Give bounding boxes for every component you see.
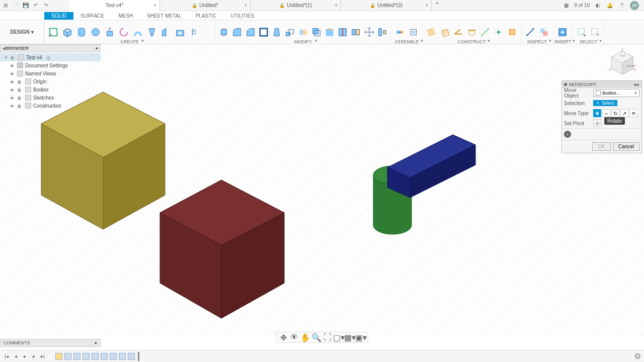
chevron-right-icon[interactable]: ▶ [11, 104, 15, 108]
select-icon[interactable] [575, 25, 588, 40]
close-icon[interactable]: × [425, 3, 428, 8]
tree-item-views[interactable]: ▶ Named Views [0, 69, 101, 77]
expand-icon[interactable]: ▸▸ [634, 82, 639, 87]
sphere-icon[interactable] [89, 25, 102, 40]
thread-icon[interactable] [188, 25, 201, 40]
revolve-icon[interactable] [117, 25, 130, 40]
notifications-icon[interactable]: 🔔 [606, 2, 614, 10]
scale-icon[interactable] [284, 25, 296, 40]
help-icon[interactable]: ? [618, 2, 626, 10]
timeline-back-icon[interactable]: ◂ [12, 353, 19, 360]
tree-item-origin[interactable]: ▶ ◉ Origin [0, 77, 101, 85]
selection-button[interactable]: ↖ Select [593, 100, 617, 106]
timeline-start-icon[interactable]: |◂ [3, 353, 10, 360]
timeline-forward-icon[interactable]: ▸ [30, 353, 37, 360]
timeline-step[interactable] [73, 353, 80, 360]
undo-icon[interactable]: ↶ [32, 2, 39, 9]
move-type-free[interactable]: ✥ [593, 109, 601, 117]
app-grid-icon[interactable]: ⊞ [2, 2, 9, 9]
shell-icon[interactable] [258, 25, 270, 40]
redo-icon[interactable]: ↷ [42, 2, 49, 9]
split-face-icon[interactable] [337, 25, 349, 40]
sketch-create-icon[interactable] [47, 25, 60, 40]
orbit-icon[interactable]: ✥ [279, 333, 287, 341]
look-icon[interactable]: 👁 [290, 333, 298, 341]
radio-icon[interactable]: ◎ [46, 55, 51, 60]
measure-icon[interactable] [524, 25, 537, 40]
plane-icon[interactable] [425, 25, 438, 40]
extensions-icon[interactable]: ▦ [562, 2, 570, 10]
comments-bar[interactable]: COMMENTS ● [0, 339, 101, 347]
timeline-step[interactable] [55, 353, 62, 360]
pan-icon[interactable]: ✋ [301, 333, 309, 341]
workspace-switcher[interactable]: DESIGN▾ [0, 20, 44, 44]
split-body-icon[interactable] [350, 25, 362, 40]
timeline-step[interactable] [83, 353, 90, 360]
visibility-icon[interactable]: ◉ [10, 55, 16, 60]
doc-tab-2[interactable]: 🔒 Untitled*(1) × [251, 0, 341, 11]
sweep-icon[interactable] [131, 25, 144, 40]
close-icon[interactable]: × [153, 3, 156, 8]
timeline-step[interactable] [128, 353, 135, 360]
doc-tab-3[interactable]: 🔒 Untitled*(3) × [341, 0, 432, 11]
set-pivot-button[interactable]: ⊹ [593, 119, 601, 127]
doc-tab-1[interactable]: 🔒 Untitled* × [160, 0, 251, 11]
timeline-step[interactable] [64, 353, 71, 360]
addins-icon[interactable] [506, 25, 518, 40]
box-icon[interactable] [61, 25, 74, 40]
chevron-right-icon[interactable]: ▶ [11, 79, 15, 84]
timeline-step[interactable] [119, 353, 126, 360]
timeline-end-icon[interactable]: ▸| [39, 353, 46, 360]
replace-face-icon[interactable] [324, 25, 336, 40]
tree-item-settings[interactable]: ▶ Document Settings [0, 61, 101, 69]
move-type-xyz[interactable]: ⤧ [629, 109, 637, 117]
combine-icon[interactable] [297, 25, 309, 40]
move-type-point[interactable]: ⇗ [620, 109, 628, 117]
panel-header[interactable]: MOVE/COPY ▸▸ [562, 81, 641, 88]
visibility-icon[interactable]: ◉ [17, 103, 23, 109]
cancel-button[interactable]: Cancel [613, 142, 639, 151]
select-window-icon[interactable] [589, 25, 602, 40]
visibility-icon[interactable]: ◉ [17, 87, 23, 93]
axis-icon[interactable] [479, 25, 492, 40]
timeline-step[interactable] [110, 353, 117, 360]
tree-root[interactable]: ▼ ◉ Test v4 ◎ [0, 53, 101, 61]
point-icon[interactable] [493, 25, 505, 40]
display-icon[interactable]: ▢▾ [335, 333, 343, 341]
extrude-icon[interactable] [103, 25, 116, 40]
timeline-settings-icon[interactable]: ⚙ [634, 351, 641, 361]
plane-tangent-icon[interactable] [465, 25, 478, 40]
new-tab-icon[interactable]: + [434, 0, 441, 7]
comments-options-icon[interactable]: ● [95, 340, 97, 345]
visibility-icon[interactable]: ◉ [17, 79, 23, 84]
info-icon[interactable]: i [564, 131, 571, 138]
chamfer-icon[interactable] [244, 25, 256, 40]
ribbon-tab-solid[interactable]: SOLID [44, 12, 73, 20]
tree-item-sketches[interactable]: ▶ ◉ Sketches [0, 94, 101, 102]
close-icon[interactable]: × [244, 3, 247, 8]
offset-face-icon[interactable] [310, 25, 323, 40]
move-type-translate[interactable]: ↔ [602, 109, 610, 117]
doc-tab-0[interactable]: Test v4* × [69, 0, 160, 11]
zoom-icon[interactable]: 🔍 [312, 333, 320, 341]
insert-icon[interactable] [556, 25, 569, 40]
rib-icon[interactable] [159, 25, 173, 40]
timeline-step[interactable] [101, 353, 108, 360]
ribbon-tab-mesh[interactable]: MESH [111, 12, 140, 20]
grid-settings-icon[interactable]: ▦▾ [346, 333, 354, 341]
loft-icon[interactable] [145, 25, 158, 40]
save-icon[interactable]: 💾 [22, 2, 29, 9]
chevron-right-icon[interactable]: ▶ [11, 63, 15, 68]
presspull-icon[interactable] [218, 25, 230, 40]
viewport-icon[interactable]: ▣▾ [357, 333, 365, 341]
tree-item-bodies[interactable]: ▶ ◉ Bodies [0, 85, 101, 94]
move-icon[interactable] [363, 25, 375, 40]
move-type-rotate[interactable]: ↻ [611, 109, 619, 117]
fit-icon[interactable]: ⛶ [324, 333, 332, 341]
plane-offset-icon[interactable] [439, 25, 451, 40]
timeline-play-icon[interactable]: ▸ [21, 353, 28, 360]
timeline-marker[interactable] [138, 352, 139, 361]
fillet-icon[interactable] [231, 25, 243, 40]
close-icon[interactable]: × [335, 3, 338, 8]
job-status-icon[interactable]: ◐ [594, 2, 602, 10]
